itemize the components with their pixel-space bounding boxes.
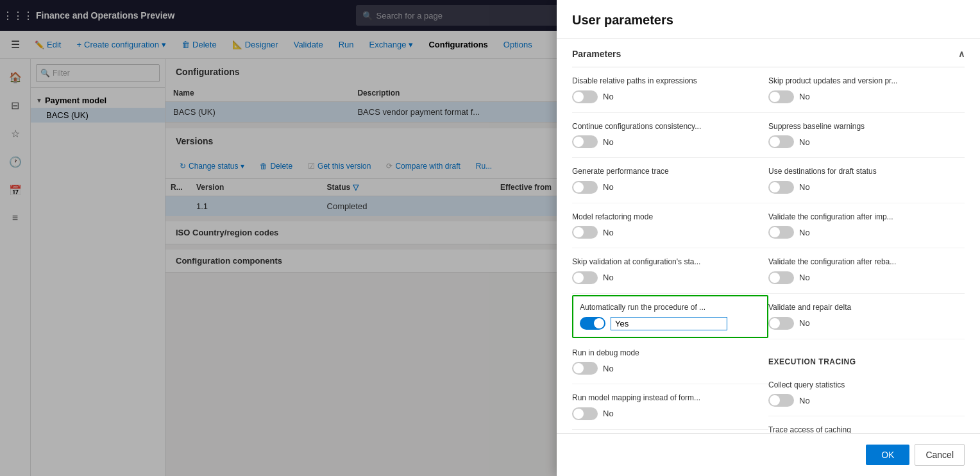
param-continue-config-label: Continue configurations consistency... xyxy=(572,122,768,132)
param-validate-config-imp-label: Validate the configuration after imp... xyxy=(768,212,965,223)
param-validate-config-reba: Validate the configuration after reba...… xyxy=(768,248,965,294)
param-suppress-baseline-label: Suppress baseline warnings xyxy=(768,122,965,132)
param-model-refactoring-label: Model refactoring mode xyxy=(572,212,768,223)
param-run-debug-control: No xyxy=(572,362,768,375)
param-run-model-mapping-slider xyxy=(572,407,598,420)
param-run-model-mapping-toggle[interactable] xyxy=(572,407,598,420)
param-generate-perf-label: Generate performance trace xyxy=(572,167,768,177)
param-validate-config-imp-toggle[interactable] xyxy=(768,226,794,239)
param-skip-validation-value: No xyxy=(603,273,614,282)
param-trace-caching-label: Trace access of caching xyxy=(768,425,965,433)
param-continue-config-control: No xyxy=(572,135,768,148)
param-validate-config-reba-slider xyxy=(768,271,794,284)
param-disable-relative-control: No xyxy=(572,90,768,103)
param-validate-config-imp-slider xyxy=(768,226,794,239)
param-run-debug-label: Run in debug mode xyxy=(572,348,768,359)
param-validate-config-imp-control: No xyxy=(768,226,965,239)
param-validate-repair-delta-value: No xyxy=(799,318,810,328)
param-generate-perf-value: No xyxy=(603,182,614,192)
param-validate-config-imp: Validate the configuration after imp... … xyxy=(768,203,965,249)
param-collect-query: Collect query statistics No xyxy=(768,371,965,417)
param-run-debug-value: No xyxy=(603,364,614,373)
param-skip-product-updates-slider xyxy=(768,90,794,103)
param-use-destinations-control: No xyxy=(768,181,965,194)
param-continue-config-value: No xyxy=(603,137,614,147)
param-generate-perf: Generate performance trace No xyxy=(572,158,768,203)
param-skip-product-updates-label: Skip product updates and version pr... xyxy=(768,76,965,87)
user-params-panel: User parameters Parameters ∧ Disable rel… xyxy=(557,0,980,476)
param-validate-config-reba-toggle[interactable] xyxy=(768,271,794,284)
params-left-col: Disable relative paths in expressions No… xyxy=(572,67,768,433)
params-section-label: Parameters xyxy=(572,49,621,59)
param-auto-run-toggle[interactable] xyxy=(580,317,605,330)
param-run-debug-slider xyxy=(572,362,598,375)
param-skip-validation-control: No xyxy=(572,271,768,284)
param-validate-config-imp-value: No xyxy=(799,228,810,237)
param-run-model-mapping-control: No xyxy=(572,407,768,420)
param-collect-query-toggle[interactable] xyxy=(768,394,794,407)
param-suppress-baseline-value: No xyxy=(799,137,810,147)
param-validate-repair-delta-slider xyxy=(768,317,794,330)
param-continue-config-slider xyxy=(572,135,598,148)
params-right-col: Skip product updates and version pr... N… xyxy=(768,67,965,433)
param-run-debug-toggle[interactable] xyxy=(572,362,598,375)
param-disable-relative-slider xyxy=(572,90,598,103)
param-validate-config-reba-control: No xyxy=(768,271,965,284)
param-validate-repair-delta: Validate and repair delta No xyxy=(768,294,965,339)
param-skip-validation-toggle[interactable] xyxy=(572,271,598,284)
param-model-refactoring-slider xyxy=(572,226,598,239)
param-run-model-mapping-value: No xyxy=(603,409,614,418)
cancel-button[interactable]: Cancel xyxy=(915,444,965,466)
param-disable-relative-label: Disable relative paths in expressions xyxy=(572,76,768,87)
param-collect-query-value: No xyxy=(799,396,810,405)
param-suppress-baseline-slider xyxy=(768,135,794,148)
param-generate-perf-control: No xyxy=(572,181,768,194)
param-collect-query-control: No xyxy=(768,394,965,407)
param-auto-run-control xyxy=(580,317,761,330)
param-use-destinations: Use destinations for draft status No xyxy=(768,158,965,203)
param-generate-perf-toggle[interactable] xyxy=(572,181,598,194)
param-auto-run-value-input[interactable] xyxy=(611,317,727,330)
param-use-destinations-label: Use destinations for draft status xyxy=(768,167,965,177)
param-trace-caching: Trace access of caching No xyxy=(768,416,965,433)
param-collect-query-label: Collect query statistics xyxy=(768,380,965,391)
param-generate-perf-slider xyxy=(572,181,598,194)
param-use-destinations-value: No xyxy=(799,182,810,192)
param-auto-run: Automatically run the procedure of ... xyxy=(572,295,768,338)
param-suppress-baseline-toggle[interactable] xyxy=(768,135,794,148)
param-auto-run-label: Automatically run the procedure of ... xyxy=(580,303,761,313)
param-disable-relative-toggle[interactable] xyxy=(572,90,598,103)
param-continue-config: Continue configurations consistency... N… xyxy=(572,113,768,158)
param-skip-product-updates-value: No xyxy=(799,92,810,101)
param-validate-config-reba-label: Validate the configuration after reba... xyxy=(768,257,965,268)
param-model-refactoring-toggle[interactable] xyxy=(572,226,598,239)
panel-body: Parameters ∧ Disable relative paths in e… xyxy=(557,38,980,433)
param-model-refactoring: Model refactoring mode No xyxy=(572,203,768,249)
param-validate-repair-delta-toggle[interactable] xyxy=(768,317,794,330)
panel-footer: OK Cancel xyxy=(557,433,980,476)
param-skip-product-updates-toggle[interactable] xyxy=(768,90,794,103)
param-model-refactoring-control: No xyxy=(572,226,768,239)
params-grid: Disable relative paths in expressions No… xyxy=(572,67,965,433)
param-validate-repair-delta-label: Validate and repair delta xyxy=(768,303,965,313)
param-use-destinations-toggle[interactable] xyxy=(768,181,794,194)
param-run-model-mapping-label: Run model mapping instead of form... xyxy=(572,393,768,404)
param-run-model-mapping: Run model mapping instead of form... No xyxy=(572,384,768,430)
param-skip-validation-label: Skip validation at configuration's sta..… xyxy=(572,257,768,268)
param-disable-relative-value: No xyxy=(603,92,614,101)
param-suppress-baseline: Suppress baseline warnings No xyxy=(768,113,965,158)
param-auto-run-slider xyxy=(580,317,605,330)
ok-button[interactable]: OK xyxy=(866,445,909,465)
param-continue-config-toggle[interactable] xyxy=(572,135,598,148)
param-skip-product-updates: Skip product updates and version pr... N… xyxy=(768,67,965,113)
execution-tracing-section: EXECUTION TRACING xyxy=(768,339,965,371)
param-validate-config-reba-value: No xyxy=(799,273,810,282)
param-model-refactoring-value: No xyxy=(603,228,614,237)
panel-title: User parameters xyxy=(572,13,673,28)
param-skip-validation-slider xyxy=(572,271,598,284)
param-collect-query-slider xyxy=(768,394,794,407)
panel-header: User parameters xyxy=(557,0,980,38)
param-run-debug: Run in debug mode No xyxy=(572,339,768,385)
param-skip-product-updates-control: No xyxy=(768,90,965,103)
collapse-params-icon[interactable]: ∧ xyxy=(958,49,965,59)
